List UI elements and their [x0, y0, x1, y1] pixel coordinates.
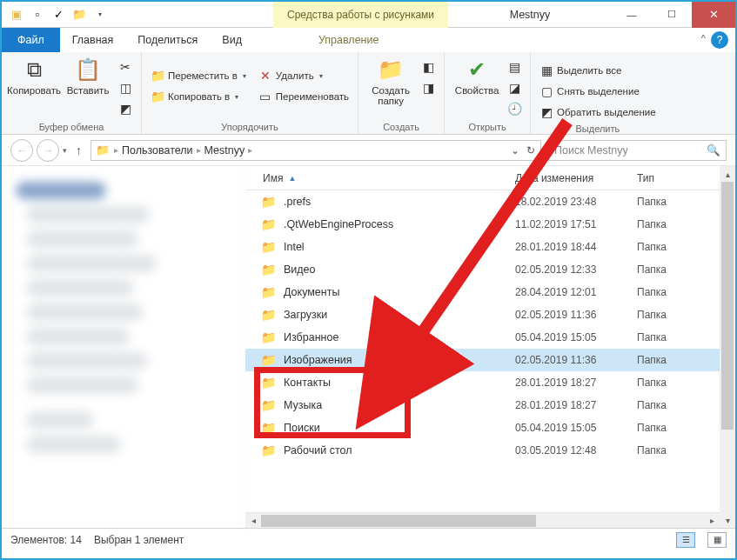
- row-date: 28.04.2019 12:01: [515, 286, 637, 298]
- table-row[interactable]: 📁.QtWebEngineProcess11.02.2019 17:51Папк…: [245, 213, 720, 236]
- table-row[interactable]: 📁.prefs18.02.2019 23:48Папка: [245, 190, 720, 213]
- scroll-down-icon[interactable]: ▾: [720, 512, 735, 528]
- newfolder-icon: 📁: [377, 56, 405, 83]
- edit-button[interactable]: ◪: [504, 78, 525, 97]
- paste-button[interactable]: 📋Вставить: [61, 56, 115, 96]
- ribbon-group-open: ✔Свойства ▤ ◪ 🕘 Открыть: [445, 52, 531, 134]
- delete-button[interactable]: ✕Удалить: [255, 66, 352, 85]
- tab-view[interactable]: Вид: [210, 28, 254, 52]
- horizontal-scrollbar[interactable]: ◂ ▸: [245, 512, 720, 528]
- paste-shortcut-button[interactable]: ◩: [115, 99, 136, 118]
- minimize-button[interactable]: —: [612, 2, 652, 28]
- ribbon-group-new: 📁Создать папку ◧ ◨ Создать: [358, 52, 445, 134]
- navigation-pane[interactable]: [2, 166, 245, 528]
- copy-path-button[interactable]: ◫: [115, 78, 136, 97]
- maximize-button[interactable]: ☐: [652, 2, 692, 28]
- scrollbar-thumb[interactable]: [721, 182, 734, 430]
- scroll-left-icon[interactable]: ◂: [245, 516, 261, 525]
- address-dropdown-icon[interactable]: ⌄: [511, 144, 519, 157]
- open-icon: ▤: [507, 60, 521, 74]
- back-button[interactable]: ←: [10, 139, 33, 162]
- copy-button[interactable]: ⧉Копировать: [7, 56, 61, 96]
- close-button[interactable]: ✕: [692, 2, 735, 28]
- table-row[interactable]: 📁Контакты28.01.2019 18:27Папка: [245, 371, 720, 394]
- up-button[interactable]: ↑: [70, 143, 87, 157]
- column-date[interactable]: Дата изменения: [515, 172, 637, 184]
- tab-manage[interactable]: Управление: [306, 28, 392, 52]
- nav-bar: ← → ▾ ↑ 📁 ▸ Пользователи ▸ Mestnyy ▸ ⌄↻ …: [2, 135, 735, 166]
- search-box[interactable]: Поиск Mestnyy 🔍: [548, 140, 727, 161]
- folder-icon: 📁: [261, 195, 278, 209]
- tab-home[interactable]: Главная: [60, 28, 126, 52]
- table-row[interactable]: 📁Поиски05.04.2019 15:05Папка: [245, 417, 720, 439]
- cut-button[interactable]: ✂: [115, 57, 136, 77]
- open-button[interactable]: ▤: [504, 57, 525, 77]
- table-row[interactable]: 📁Intel28.01.2019 18:44Папка: [245, 236, 720, 258]
- view-icons-button[interactable]: ▦: [707, 532, 727, 548]
- path-current[interactable]: Mestnyy: [203, 144, 247, 157]
- refresh-icon[interactable]: ↻: [526, 144, 535, 157]
- properties-icon: ✔: [463, 56, 491, 83]
- folder-icon: 📁: [261, 376, 278, 390]
- table-row[interactable]: 📁Документы28.04.2019 12:01Папка: [245, 281, 720, 303]
- row-date: 28.01.2019 18:27: [515, 377, 637, 389]
- qat-item-icon[interactable]: ▫: [28, 5, 47, 24]
- chevron-right-icon: ▸: [114, 145, 118, 155]
- new-folder-button[interactable]: 📁Создать папку: [364, 56, 418, 106]
- search-placeholder: Поиск Mestnyy: [554, 144, 628, 157]
- column-type[interactable]: Тип: [637, 172, 720, 184]
- easyaccess-icon: ◨: [421, 81, 435, 95]
- help-icon[interactable]: ?: [711, 31, 728, 49]
- qat-customize-icon[interactable]: ▾: [90, 5, 110, 24]
- invert-selection-button[interactable]: ◩Обратить выделение: [536, 103, 660, 122]
- row-name: Загрузки: [284, 309, 515, 321]
- table-row[interactable]: 📁Избранное05.04.2019 15:05Папка: [245, 326, 720, 349]
- row-type: Папка: [637, 444, 720, 457]
- row-name: Поиски: [284, 422, 515, 434]
- row-type: Папка: [637, 331, 720, 343]
- move-to-button[interactable]: 📁Переместить в: [147, 66, 250, 85]
- vertical-scrollbar[interactable]: ▴ ▾: [720, 166, 735, 528]
- ribbon-expand-icon[interactable]: ^: [701, 33, 706, 43]
- scroll-up-icon[interactable]: ▴: [720, 166, 735, 182]
- properties-button[interactable]: ✔Свойства: [450, 56, 504, 96]
- ribbon-group-organize: 📁Переместить в 📁Копировать в ✕Удалить ▭П…: [142, 52, 358, 134]
- selectall-label: Выделить все: [557, 65, 621, 76]
- row-name: .QtWebEngineProcess: [284, 218, 515, 230]
- table-row[interactable]: 📁Видео02.05.2019 12:33Папка: [245, 258, 720, 281]
- quick-access-toolbar: ▣ ▫ ✓ 📁 ▾: [2, 5, 110, 24]
- easy-access-button[interactable]: ◨: [418, 78, 439, 97]
- table-row[interactable]: 📁Музыка28.01.2019 18:27Папка: [245, 394, 720, 417]
- new-item-button[interactable]: ◧: [418, 57, 439, 77]
- qat-newfolder-icon[interactable]: 📁: [70, 5, 89, 24]
- scrollbar-thumb[interactable]: [261, 515, 536, 527]
- column-name-label: Имя: [263, 172, 283, 184]
- copy-label: Копировать: [7, 85, 61, 96]
- view-details-button[interactable]: ☰: [676, 532, 695, 548]
- scroll-right-icon[interactable]: ▸: [704, 516, 720, 525]
- table-row[interactable]: 📁Загрузки02.05.2019 11:36Папка: [245, 303, 720, 326]
- row-name: Видео: [284, 263, 515, 276]
- delete-label: Удалить: [276, 70, 314, 81]
- tab-file[interactable]: Файл: [2, 28, 60, 52]
- delete-icon: ✕: [258, 69, 272, 83]
- copy-to-button[interactable]: 📁Копировать в: [147, 87, 250, 106]
- history-button[interactable]: 🕘: [504, 99, 525, 118]
- folder-open-icon[interactable]: ▣: [7, 5, 26, 24]
- table-row[interactable]: 📁Изображения02.05.2019 11:36Папка: [245, 349, 720, 371]
- table-row[interactable]: 📁Рабочий стол03.05.2019 12:48Папка: [245, 439, 720, 462]
- edit-icon: ◪: [507, 81, 521, 95]
- address-bar[interactable]: 📁 ▸ Пользователи ▸ Mestnyy ▸ ⌄↻: [90, 140, 541, 161]
- path-users[interactable]: Пользователи: [120, 144, 195, 157]
- select-all-button[interactable]: ▦Выделить все: [536, 61, 660, 80]
- nav-history-button[interactable]: ▾: [63, 146, 67, 155]
- column-name[interactable]: Имя▲: [245, 172, 515, 184]
- qat-properties-icon[interactable]: ✓: [49, 5, 68, 24]
- status-bar: Элементов: 14 Выбран 1 элемент ☰ ▦: [2, 528, 735, 550]
- status-item-count: Элементов: 14: [10, 534, 82, 546]
- tab-share[interactable]: Поделиться: [125, 28, 210, 52]
- row-name: Избранное: [284, 331, 515, 343]
- forward-button[interactable]: →: [37, 139, 59, 162]
- rename-button[interactable]: ▭Переименовать: [255, 87, 352, 106]
- select-none-button[interactable]: ▢Снять выделение: [536, 82, 660, 101]
